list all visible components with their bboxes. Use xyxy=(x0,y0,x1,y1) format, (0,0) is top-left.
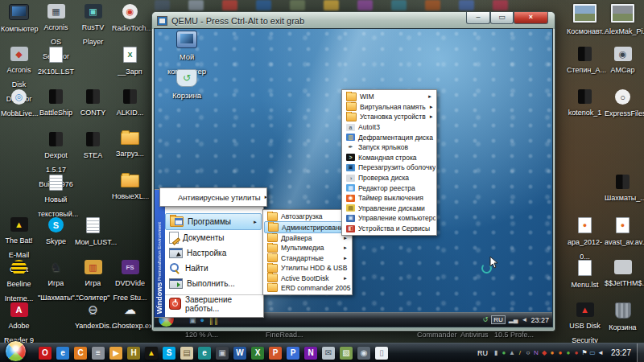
desktop-icon[interactable]: Загруз... xyxy=(112,132,148,159)
menu-item[interactable]: Утилиты HDD & USB ► xyxy=(264,263,351,273)
menu-item[interactable]: ▣ Управление компьютером xyxy=(343,213,436,224)
menu-item[interactable]: Администрирование ► xyxy=(264,221,351,232)
start-menu-item[interactable]: Завершение работы... xyxy=(165,294,263,312)
volume-tray-icon[interactable]: ◄ xyxy=(597,344,605,362)
excel-icon[interactable]: X xyxy=(251,347,264,360)
onenote-icon[interactable]: N xyxy=(304,347,317,360)
menu-item[interactable]: Стандартные ► xyxy=(264,253,351,263)
desktop-icon[interactable]: Степин_А... xyxy=(567,47,603,76)
wifi-tray-icon[interactable]: ▲ xyxy=(508,344,516,362)
menu-item[interactable]: Виртуальная память ► xyxy=(343,102,436,113)
desktop-icon[interactable]: AlexMak_Pi... xyxy=(605,4,641,37)
menu-item[interactable]: ▤ Управление дисками xyxy=(343,204,436,214)
desktop-icon[interactable]: ◎ MobaLive... xyxy=(1,89,37,119)
menu-item[interactable]: ▥ Дефрагментация диска xyxy=(343,132,436,142)
show-desktop-button[interactable] xyxy=(637,343,644,362)
h-app-icon[interactable]: H xyxy=(127,347,140,360)
desktop-icon[interactable]: X __Зарп xyxy=(112,47,148,77)
desktop-icon[interactable]: A Adobe Reader 9 xyxy=(1,302,37,346)
browser-orange-icon[interactable]: C xyxy=(74,347,87,360)
desktop-icon[interactable]: FS DVDVide Free Stu... xyxy=(112,260,148,303)
desktop-icon[interactable]: ● avast_av.av... xyxy=(605,217,641,248)
desktop-icon[interactable]: Menu.lst xyxy=(567,260,603,290)
menu-item[interactable]: ▦ Редактор реестра xyxy=(343,183,436,193)
start-menu-item[interactable]: Найти xyxy=(165,261,263,276)
opera-icon[interactable]: O xyxy=(39,347,52,360)
desktop-icon[interactable]: ▲ USB Disk Security xyxy=(567,302,603,346)
display-tray-icon[interactable]: ▭ xyxy=(588,344,597,362)
update-tray-icon[interactable]: ● xyxy=(500,344,508,362)
desktop-icon[interactable]: ALKID... xyxy=(112,89,148,118)
avast-tray-icon[interactable]: ● xyxy=(556,344,564,362)
notes-icon[interactable]: ▤ xyxy=(180,347,193,360)
menu-item[interactable]: ▣ Перезагрузить оболочку xyxy=(343,162,436,173)
desktop-icon[interactable]: CONTY xyxy=(75,89,111,118)
desktop-icon[interactable]: ▣ RusTV Player xyxy=(75,4,111,47)
mail-icon[interactable]: ✉ xyxy=(322,347,335,360)
menu-item[interactable]: ◉ Таймер выключения xyxy=(343,193,436,204)
menu-item[interactable]: Мультимедиа ► xyxy=(264,243,351,253)
skype-icon[interactable]: S xyxy=(163,347,175,360)
ie-icon[interactable]: e xyxy=(56,347,69,360)
desktop-icon[interactable]: $$JetTHM$... xyxy=(605,260,641,289)
minimize-button[interactable]: – xyxy=(466,12,490,24)
desktop-icon[interactable]: ● apa_2012-0... xyxy=(567,217,603,262)
p-app-icon[interactable]: P xyxy=(287,347,299,360)
vm-clock[interactable]: 23:27 xyxy=(530,316,549,324)
word-icon[interactable]: W xyxy=(233,347,246,360)
menu-item[interactable]: > Командная строка xyxy=(343,153,436,163)
update-tray-icon[interactable]: ↺ xyxy=(482,316,488,323)
menu-item[interactable]: WIM ► xyxy=(343,92,436,102)
vm-language-indicator[interactable]: RU xyxy=(491,315,506,324)
image-app-icon[interactable]: ▧ xyxy=(340,347,353,360)
flag-tray-icon[interactable]: ⚑ xyxy=(580,344,588,362)
menu-item[interactable]: Драйвера ► xyxy=(264,233,351,243)
desktop-icon[interactable]: ♞ Игра "Шахматы"... xyxy=(38,260,74,303)
e-app-icon[interactable]: e xyxy=(198,347,211,360)
desktop-icon[interactable]: ◉ AMCap xyxy=(605,47,641,76)
media-player-icon[interactable]: ▶ xyxy=(109,347,122,360)
menu-item[interactable]: a AutoIt3 xyxy=(343,122,436,133)
search-tray-icon[interactable]: ○ xyxy=(524,344,532,362)
close-button[interactable]: × xyxy=(514,12,548,24)
desktop-icon[interactable]: kotenok_1 xyxy=(567,89,603,118)
red-tray-icon[interactable]: ● xyxy=(572,344,580,362)
playlist-icon[interactable]: ≡ xyxy=(92,347,105,360)
thebat-icon[interactable]: ▲ xyxy=(145,347,158,360)
menu-item[interactable]: ◑ Проверка диска xyxy=(343,173,436,183)
host-language-indicator[interactable]: RU xyxy=(475,349,490,357)
menu-item[interactable]: ERD commander 2005 ► xyxy=(264,283,351,293)
desktop-icon[interactable]: STEA xyxy=(75,132,111,161)
document-icon[interactable]: ▯ xyxy=(375,347,388,360)
usb-tray-icon[interactable]: ▮ xyxy=(492,344,500,362)
desktop-icon[interactable]: Космонавт... xyxy=(567,4,603,37)
signal-tray-icon[interactable]: ▂▄ xyxy=(509,316,518,323)
desktop-icon[interactable]: ○ ExpressFiles xyxy=(605,89,641,119)
orange-tray-icon[interactable]: ● xyxy=(548,344,556,362)
vm-desktop-icon-recycle[interactable]: ↺ Корзина xyxy=(161,69,213,101)
menu-item[interactable]: Active BootDisk ► xyxy=(264,273,351,282)
tool-tray-icon[interactable]: / xyxy=(516,344,524,362)
start-menu-item[interactable]: Выполнить... xyxy=(165,276,263,291)
host-clock[interactable]: 23:27 xyxy=(611,348,631,357)
volume-tray-icon[interactable]: ◄ xyxy=(522,316,528,323)
powerpoint-icon[interactable]: P xyxy=(269,347,282,360)
desktop-icon[interactable]: ⊖ YandexDis... xyxy=(75,302,111,331)
onenote-tray-icon[interactable]: N xyxy=(532,344,540,362)
start-menu-item[interactable]: Программы ► xyxy=(165,213,262,230)
host-start-button[interactable] xyxy=(5,340,27,362)
desktop-icon[interactable]: Шахматы_... xyxy=(605,175,641,204)
desktop-icon[interactable]: Компьютер xyxy=(1,4,37,35)
start-menu-item[interactable]: Настройка xyxy=(165,245,263,261)
menu-item[interactable]: Автозагрузка ► xyxy=(264,212,351,221)
desktop-icon[interactable]: S Skype xyxy=(38,217,74,247)
desktop-icon[interactable]: Beeline Interne... xyxy=(1,260,37,304)
desktop-icon[interactable]: 2K10L.LST xyxy=(38,47,74,77)
desktop-icon[interactable]: BattleShip xyxy=(38,89,74,118)
maximize-button[interactable]: ▭ xyxy=(490,12,514,24)
menu-item[interactable]: Антивирусные утилиты ► xyxy=(160,189,266,205)
green-tray-icon[interactable]: ● xyxy=(564,344,572,362)
desktop-icon[interactable]: НовыеXL... xyxy=(112,175,148,202)
menu-item[interactable]: ✒ Запуск ярлыков xyxy=(343,142,436,153)
start-menu-item[interactable]: Документы xyxy=(165,230,263,245)
